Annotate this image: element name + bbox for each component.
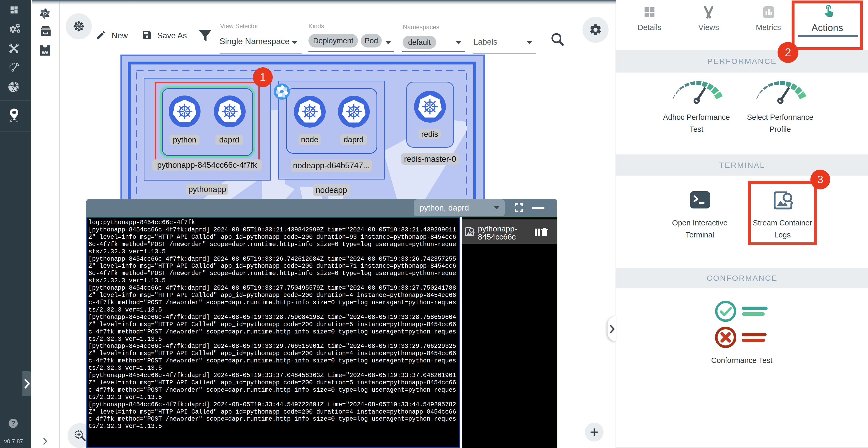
svg-text:WA: WA [42,51,49,55]
